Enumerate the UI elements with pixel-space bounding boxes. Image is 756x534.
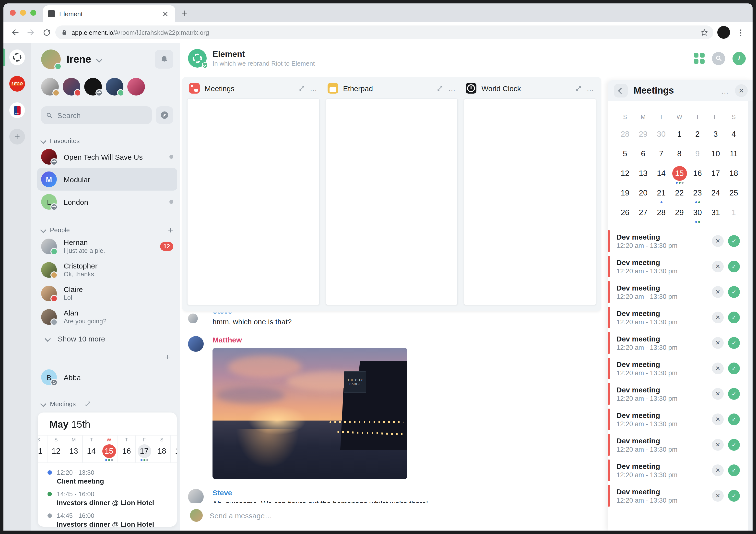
calendar-day[interactable]: 4 — [725, 125, 743, 144]
calendar-event[interactable]: 12:20 - 13:30 Client meeting — [47, 469, 167, 485]
recent-avatar[interactable] — [84, 78, 102, 96]
widget-body[interactable] — [325, 98, 458, 305]
add-room-button[interactable]: + — [165, 352, 170, 362]
mini-calendar-day[interactable]: S 11 — [38, 436, 47, 463]
accept-meeting-button[interactable]: ✓ — [728, 261, 740, 272]
calendar-day[interactable]: 22 — [670, 183, 688, 203]
new-tab-button[interactable]: + — [175, 7, 193, 22]
calendar-day[interactable]: 18 — [725, 164, 743, 183]
decline-meeting-button[interactable]: ✕ — [712, 337, 724, 349]
mini-calendar-day[interactable]: T 14 — [83, 436, 100, 463]
space-lego[interactable]: LEGO — [9, 76, 25, 92]
recent-avatar[interactable] — [41, 78, 59, 96]
decline-meeting-button[interactable]: ✕ — [712, 388, 724, 400]
browser-tab[interactable]: Element ✕ — [43, 5, 175, 22]
panel-back-button[interactable] — [614, 84, 628, 98]
calendar-day[interactable]: 26 — [616, 203, 634, 222]
mini-calendar-day[interactable]: S 12 — [47, 436, 65, 463]
favourites-section-header[interactable]: Favourites — [41, 136, 173, 146]
people-section-header[interactable]: People + — [41, 225, 173, 235]
room-list-item[interactable]: B Abba — [41, 367, 173, 387]
calendar-day[interactable]: 5 — [616, 144, 634, 164]
calendar-day[interactable]: 27 — [634, 203, 652, 222]
calendar-day[interactable]: 30 — [688, 203, 707, 222]
window-minimize-button[interactable] — [20, 10, 26, 16]
message-input[interactable] — [208, 511, 600, 520]
sender-avatar[interactable] — [188, 489, 204, 503]
meeting-item[interactable]: Dev meeting 12:20 am - 13:30 pm ✕ ✓ — [608, 434, 740, 456]
decline-meeting-button[interactable]: ✕ — [712, 362, 724, 374]
explore-button[interactable] — [156, 106, 173, 124]
room-avatar[interactable] — [188, 49, 207, 68]
panel-scrollbar[interactable] — [748, 101, 753, 531]
sender-name[interactable]: Steve — [212, 313, 608, 316]
window-close-button[interactable] — [10, 10, 16, 16]
calendar-day[interactable]: 17 — [707, 164, 725, 183]
accept-meeting-button[interactable]: ✓ — [728, 464, 740, 476]
browser-menu-icon[interactable]: ⋮ — [734, 28, 748, 37]
calendar-day[interactable]: 19 — [616, 183, 634, 203]
recent-avatar[interactable] — [63, 78, 80, 96]
accept-meeting-button[interactable]: ✓ — [728, 439, 740, 451]
search-input[interactable] — [56, 110, 147, 120]
calendar-day[interactable]: 28 — [616, 125, 634, 144]
decline-meeting-button[interactable]: ✕ — [712, 261, 724, 272]
expand-icon[interactable] — [437, 85, 444, 91]
room-info-button[interactable]: i — [733, 52, 746, 65]
meeting-item[interactable]: Dev meeting 12:20 am - 13:30 pm ✕ ✓ — [608, 358, 740, 379]
decline-meeting-button[interactable]: ✕ — [712, 312, 724, 323]
decline-meeting-button[interactable]: ✕ — [712, 235, 724, 247]
calendar-day[interactable]: 28 — [652, 203, 670, 222]
room-list-item[interactable]: Open Tech Will Save Us — [37, 146, 177, 168]
calendar-day[interactable]: 15 — [670, 164, 688, 183]
calendar-day[interactable]: 7 — [652, 144, 670, 164]
widget-menu-icon[interactable]: … — [586, 84, 594, 92]
panel-menu-icon[interactable]: … — [721, 86, 729, 95]
show-more-button[interactable]: Show 10 more — [41, 333, 173, 344]
message[interactable]: Steve hmm, which one is that? — [188, 313, 608, 327]
recent-avatar[interactable] — [106, 78, 123, 96]
calendar-day[interactable]: 14 — [652, 164, 670, 183]
meeting-item[interactable]: Dev meeting 12:20 am - 13:30 pm ✕ ✓ — [608, 256, 740, 277]
accept-meeting-button[interactable]: ✓ — [728, 312, 740, 323]
person-list-item[interactable]: Cristopher Ok, thanks. — [41, 258, 173, 282]
widget-body[interactable] — [464, 98, 596, 305]
accept-meeting-button[interactable]: ✓ — [728, 337, 740, 349]
calendar-day[interactable]: 23 — [688, 183, 707, 203]
meeting-item[interactable]: Dev meeting 12:20 am - 13:30 pm ✕ ✓ — [608, 281, 740, 303]
meeting-item[interactable]: Dev meeting 12:20 am - 13:30 pm ✕ ✓ — [608, 230, 740, 252]
calendar-day[interactable]: 25 — [725, 183, 743, 203]
accept-meeting-button[interactable]: ✓ — [728, 235, 740, 247]
meeting-item[interactable]: Dev meeting 12:20 am - 13:30 pm ✕ ✓ — [608, 383, 740, 405]
apps-grid-icon[interactable] — [694, 53, 705, 64]
meeting-item[interactable]: Dev meeting 12:20 am - 13:30 pm ✕ ✓ — [608, 307, 740, 328]
calendar-day[interactable]: 10 — [707, 144, 725, 164]
user-avatar[interactable] — [41, 49, 61, 69]
calendar-day[interactable]: 8 — [670, 144, 688, 164]
address-bar[interactable]: app.element.io/#/room/!Jcrahskdw22p:matr… — [55, 25, 714, 39]
meeting-item[interactable]: Dev meeting 12:20 am - 13:30 pm ✕ ✓ — [608, 460, 740, 481]
calendar-day[interactable]: 3 — [707, 125, 725, 144]
calendar-day[interactable]: 29 — [634, 125, 652, 144]
decline-meeting-button[interactable]: ✕ — [712, 286, 724, 298]
person-list-item[interactable]: Hernan I just ate a pie. 12 — [41, 235, 173, 258]
forward-button[interactable] — [24, 25, 38, 39]
calendar-day[interactable]: 2 — [688, 125, 707, 144]
calendar-day[interactable]: 9 — [688, 144, 707, 164]
bookmark-star-icon[interactable] — [700, 28, 709, 37]
message[interactable]: Matthew THE CITY BARGE — [188, 335, 608, 479]
reload-button[interactable] — [40, 25, 53, 39]
calendar-day[interactable]: 13 — [634, 164, 652, 183]
accept-meeting-button[interactable]: ✓ — [728, 362, 740, 374]
recent-avatar[interactable] — [127, 78, 145, 96]
decline-meeting-button[interactable]: ✕ — [712, 439, 724, 451]
meetings-section-header[interactable]: Meetings — [41, 399, 173, 408]
widget-menu-icon[interactable]: … — [448, 84, 456, 92]
calendar-day[interactable]: 11 — [725, 144, 743, 164]
mini-calendar-day[interactable]: W 15 — [100, 436, 118, 463]
decline-meeting-button[interactable]: ✕ — [712, 464, 724, 476]
space-nba[interactable]: NBA — [9, 102, 25, 118]
calendar-day[interactable]: 31 — [707, 203, 725, 222]
mini-calendar-day[interactable]: S 18 — [153, 436, 171, 463]
calendar-day[interactable]: 12 — [616, 164, 634, 183]
